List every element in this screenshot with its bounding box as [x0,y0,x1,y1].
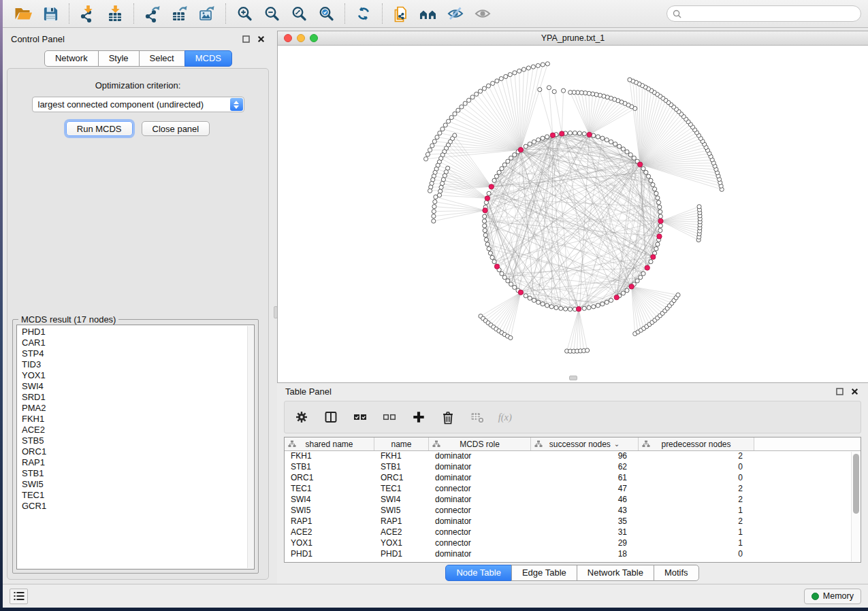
network-view-titlebar: YPA_prune.txt_1 [278,31,868,46]
table-panel-title: Table Panel [285,386,830,397]
deselect-all-icon[interactable] [381,408,398,426]
tab-node-table[interactable]: Node Table [445,565,512,581]
mcds-result-item[interactable]: TEC1 [22,490,246,501]
optimization-criterion-value: largest connected component (undirected) [38,99,230,110]
table-cell: STB1 [285,462,374,473]
export-table-icon[interactable] [166,2,193,25]
search-field[interactable] [666,5,861,22]
list-icon [14,591,25,601]
table-row[interactable]: RAP1RAP1dominator352 [285,516,861,527]
mcds-result-item[interactable]: PMA2 [22,403,246,414]
table-row[interactable]: FKH1FKH1dominator962 [285,451,861,462]
column-header-filler [754,437,861,450]
mcds-result-item[interactable]: YOX1 [22,370,246,381]
run-mcds-button[interactable]: Run MCDS [66,121,133,136]
table-cell: RAP1 [374,516,429,527]
mcds-result-list[interactable]: PHD1CAR1STP4TID3YOX1SWI4SRD1PMA2FKH1ACE2… [22,327,246,567]
table-scrollbar[interactable] [851,452,860,561]
table-row[interactable]: TEC1TEC1connector472 [285,484,861,495]
mcds-result-item[interactable]: FKH1 [22,414,246,425]
select-all-icon[interactable] [351,408,369,426]
tab-edge-table[interactable]: Edge Table [511,565,577,581]
zoom-in-icon[interactable] [231,2,258,25]
mcds-list-scrollbar[interactable] [247,326,253,568]
import-table-icon[interactable] [101,2,129,25]
mcds-result-item[interactable]: TID3 [22,359,246,370]
column-header-successor-nodes[interactable]: successor nodes⌄ [531,437,639,450]
first-neighbors-icon[interactable] [415,2,442,25]
table-cell: 0 [639,473,754,484]
add-column-icon[interactable] [410,408,428,426]
table-scrollbar-thumb[interactable] [853,454,859,514]
tab-network[interactable]: Network [44,50,99,67]
toolbar-separator [382,3,383,24]
tab-motifs[interactable]: Motifs [654,565,699,581]
memory-status-icon [811,593,819,600]
table-cell: PHD1 [285,549,374,560]
show-all-icon[interactable] [469,2,496,25]
hide-selected-icon[interactable] [442,2,469,25]
show-column-icon[interactable] [322,408,340,426]
export-image-icon[interactable] [193,2,221,25]
search-input[interactable] [685,9,855,18]
settings-gear-icon[interactable] [293,408,310,426]
mcds-result-item[interactable]: CAR1 [22,337,246,348]
network-canvas[interactable] [278,46,868,382]
zoom-out-icon[interactable] [258,2,285,25]
zoom-fit-icon[interactable] [285,2,312,25]
table-cell: SWI4 [374,495,429,506]
zoom-selected-icon[interactable] [312,2,340,25]
float-panel-icon[interactable] [240,33,251,44]
mcds-result-item[interactable]: STB1 [22,468,246,479]
delete-column-icon[interactable] [439,408,457,426]
tab-mcds[interactable]: MCDS [184,50,232,67]
close-panel-icon[interactable] [255,33,266,44]
table-row[interactable]: SWI4SWI4dominator462 [285,495,861,506]
mcds-result-item[interactable]: SWI5 [22,479,246,490]
tab-style[interactable]: Style [98,50,140,67]
table-cell: FKH1 [374,451,429,462]
mcds-result-item[interactable]: SWI4 [22,381,246,392]
export-network-icon[interactable] [139,2,166,25]
clone-network-icon[interactable] [387,2,415,25]
table-row[interactable]: ACE2ACE2connector311 [285,527,861,538]
table-row[interactable]: STB1STB1dominator620 [285,462,861,473]
column-header-name[interactable]: name [374,437,429,450]
close-panel-button[interactable]: Close panel [142,121,210,136]
column-header-shared-name[interactable]: shared name [285,437,374,450]
column-header-MCDS-role[interactable]: MCDS role [429,437,531,450]
window-maximize-icon[interactable] [310,34,318,42]
table-row[interactable]: SWI5SWI5connector431 [285,506,861,516]
status-bar: Memory [3,584,868,608]
window-minimize-icon[interactable] [297,34,305,42]
mcds-result-item[interactable]: ACE2 [22,425,246,435]
function-builder-icon: f(x) [498,408,515,426]
column-header-predecessor-nodes[interactable]: predecessor nodes [639,437,754,450]
open-icon[interactable] [10,2,37,25]
float-panel-icon[interactable] [834,386,845,397]
refresh-icon[interactable] [350,2,377,25]
window-close-icon[interactable] [284,34,292,42]
memory-button[interactable]: Memory [804,589,861,604]
tab-select[interactable]: Select [139,50,185,67]
tab-network-table[interactable]: Network Table [577,565,654,581]
mcds-result-item[interactable]: PHD1 [22,327,246,337]
optimization-criterion-select[interactable]: largest connected component (undirected) [32,97,244,112]
mcds-result-item[interactable]: SRD1 [22,392,246,403]
mcds-result-item[interactable]: RAP1 [22,457,246,468]
task-history-button[interactable] [10,589,28,604]
mcds-result-item[interactable]: GCR1 [22,501,246,512]
mcds-result-item[interactable]: ORC1 [22,446,246,457]
import-network-icon[interactable] [74,2,101,25]
table-row[interactable]: PHD1PHD1dominator180 [285,549,861,560]
mcds-result-item[interactable]: STP4 [22,348,246,359]
mcds-result-item[interactable]: STB5 [22,435,246,446]
table-row[interactable]: YOX1YOX1connector291 [285,538,861,549]
table-tabs: Node TableEdge TableNetwork TableMotifs [277,563,868,583]
horizontal-splitter-handle[interactable] [569,376,577,380]
close-panel-icon[interactable] [849,386,860,397]
save-icon[interactable] [37,2,64,25]
table-cell: STB1 [374,462,429,473]
table-cell: ORC1 [374,473,429,484]
table-row[interactable]: ORC1ORC1dominator610 [285,473,861,484]
